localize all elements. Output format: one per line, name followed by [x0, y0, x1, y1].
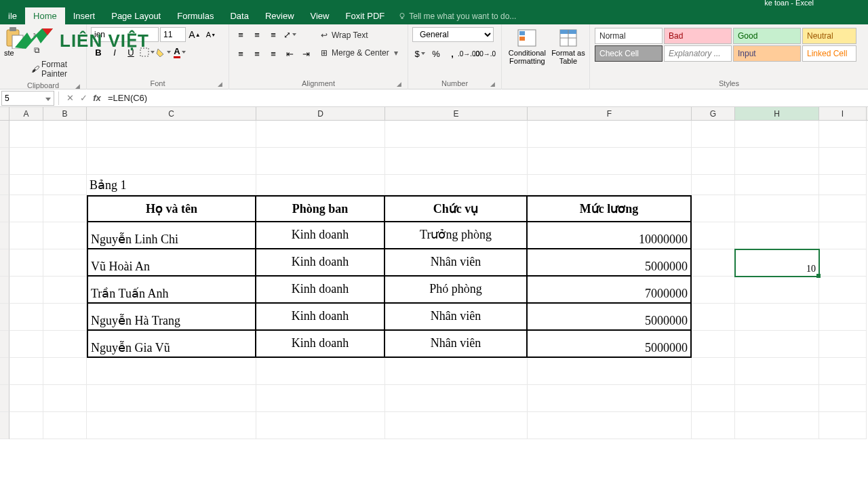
cell[interactable] [9, 412, 43, 439]
cell[interactable] [735, 175, 819, 195]
cell-header-dept[interactable]: Phòng ban [256, 195, 385, 222]
cell-style-neutral[interactable]: Neutral [802, 28, 856, 44]
cell[interactable] [735, 304, 819, 331]
merge-center-button[interactable]: ⊞Merge & Center▾ [316, 46, 401, 60]
tab-formulas[interactable]: Formulas [169, 7, 222, 24]
cell[interactable] [819, 222, 867, 249]
cell[interactable] [256, 121, 385, 148]
tell-me-search[interactable]: Tell me what you want to do... [393, 8, 521, 24]
cell[interactable] [9, 331, 43, 358]
selected-cell[interactable]: 10 [735, 249, 819, 277]
insert-function-button[interactable]: fx [90, 93, 104, 103]
font-color-button[interactable]: A [172, 45, 187, 60]
alignment-launcher[interactable]: ◢ [395, 81, 402, 87]
cell[interactable] [735, 358, 819, 385]
cell[interactable] [256, 412, 385, 439]
tab-page-layout[interactable]: Page Layout [103, 7, 169, 24]
tab-foxit[interactable]: Foxit PDF [337, 7, 393, 24]
table-row[interactable]: Kinh doanh [256, 249, 385, 277]
table-row[interactable]: Kinh doanh [256, 304, 385, 331]
cell[interactable] [43, 385, 87, 412]
format-painter-button[interactable]: 🖌Format Painter [28, 58, 82, 80]
cell[interactable] [256, 385, 385, 412]
cut-button[interactable]: ✂ [28, 28, 82, 42]
align-top-button[interactable]: ≡ [233, 27, 248, 42]
cell[interactable] [528, 121, 692, 148]
number-launcher[interactable]: ◢ [489, 81, 496, 87]
cell[interactable] [385, 385, 528, 412]
cell[interactable] [692, 331, 735, 358]
tab-review[interactable]: Review [257, 7, 302, 24]
cell[interactable] [385, 358, 528, 385]
decrease-decimal-button[interactable]: .00→.0 [477, 46, 492, 61]
cell[interactable] [43, 331, 87, 358]
cell[interactable] [819, 331, 867, 358]
orientation-button[interactable]: ⤢ [282, 27, 297, 42]
decrease-indent-button[interactable]: ⇤ [282, 46, 297, 61]
cell-style-linked[interactable]: Linked Cell [802, 45, 856, 62]
table-row[interactable]: Nhân viên [385, 331, 528, 358]
cell[interactable] [87, 148, 256, 175]
cell[interactable] [735, 148, 819, 175]
col-header-B[interactable]: B [43, 107, 87, 120]
cell[interactable] [43, 412, 87, 439]
cell-style-normal[interactable]: Normal [595, 28, 663, 44]
cell[interactable] [9, 148, 43, 175]
cell[interactable] [385, 412, 528, 439]
wrap-text-button[interactable]: ↩Wrap Text [316, 28, 401, 42]
cell[interactable] [43, 249, 87, 277]
cell[interactable] [735, 331, 819, 358]
cell[interactable] [43, 304, 87, 331]
cell-style-input[interactable]: Input [733, 45, 801, 62]
table-row[interactable]: 10000000 [528, 222, 692, 249]
cell[interactable] [256, 175, 385, 195]
cell[interactable] [735, 121, 819, 148]
cell[interactable] [43, 277, 87, 304]
table-row[interactable]: Trưởng phòng [385, 222, 528, 249]
cell[interactable] [692, 222, 735, 249]
col-header-I[interactable]: I [819, 107, 867, 120]
paste-button[interactable]: ste [4, 27, 26, 57]
name-box[interactable]: 5 [1, 91, 54, 106]
tab-file[interactable]: ile [0, 7, 25, 24]
cell-table-title[interactable]: Bảng 1 [87, 175, 256, 195]
percent-button[interactable]: % [429, 46, 443, 61]
cell[interactable] [87, 385, 256, 412]
table-row[interactable]: Vũ Hoài An [87, 249, 256, 277]
bold-button[interactable]: B [91, 45, 106, 60]
cell[interactable] [819, 385, 867, 412]
tab-home[interactable]: Home [25, 7, 65, 24]
formula-input[interactable]: =LEN(C6) [104, 93, 868, 103]
cell-style-explanatory[interactable]: Explanatory ... [664, 45, 732, 62]
cell[interactable] [528, 148, 692, 175]
cell[interactable] [819, 175, 867, 195]
col-header-G[interactable]: G [692, 107, 735, 120]
table-row[interactable]: Nguyễn Hà Trang [87, 304, 256, 331]
table-row[interactable]: Kinh doanh [256, 277, 385, 304]
tab-insert[interactable]: Insert [65, 7, 104, 24]
cell[interactable] [87, 412, 256, 439]
cell[interactable] [528, 358, 692, 385]
underline-button[interactable]: U [123, 45, 138, 60]
cell[interactable] [819, 304, 867, 331]
table-row[interactable]: Kinh doanh [256, 222, 385, 249]
col-header-H[interactable]: H [735, 107, 819, 120]
cell-style-bad[interactable]: Bad [664, 28, 732, 44]
cell[interactable] [9, 249, 43, 277]
cell[interactable] [735, 385, 819, 412]
accept-formula-button[interactable]: ✓ [77, 93, 90, 103]
cell-header-name[interactable]: Họ và tên [87, 195, 256, 222]
italic-button[interactable]: I [107, 45, 122, 60]
cell[interactable] [692, 412, 735, 439]
cell[interactable] [528, 385, 692, 412]
cell[interactable] [528, 412, 692, 439]
cell[interactable] [735, 412, 819, 439]
border-button[interactable] [140, 45, 155, 60]
cell[interactable] [735, 222, 819, 249]
cell[interactable] [43, 222, 87, 249]
cancel-formula-button[interactable]: ✕ [63, 93, 77, 103]
cell[interactable] [692, 277, 735, 304]
cell[interactable] [692, 358, 735, 385]
cell[interactable] [819, 121, 867, 148]
font-name-select[interactable] [91, 27, 159, 42]
